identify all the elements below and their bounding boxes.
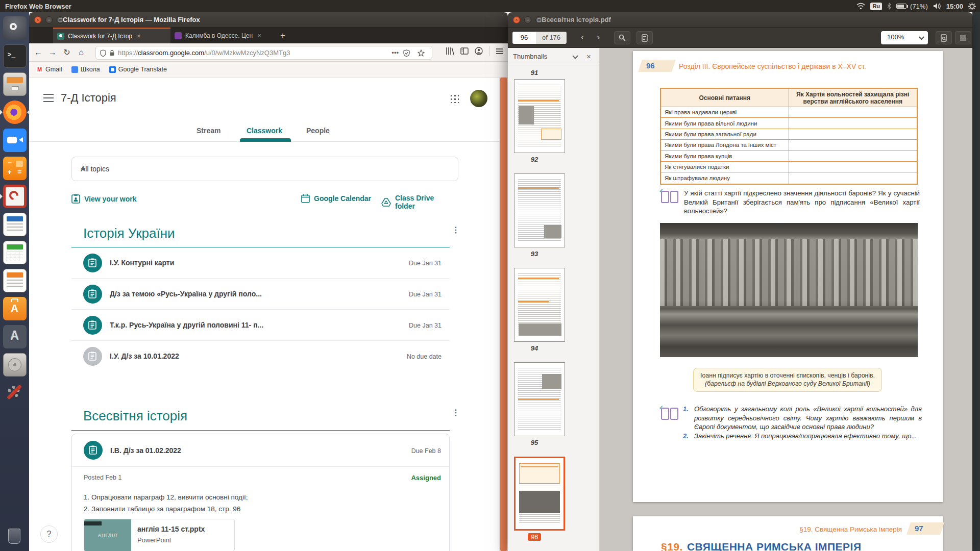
section-title-history-ukraine[interactable]: Історія України: [83, 226, 175, 241]
google-apps-grid-icon[interactable]: [450, 94, 459, 103]
file-manager-launcher[interactable]: [3, 72, 27, 96]
expanded-assignment-header[interactable]: І.В. Д/з за 01.02.2022 Due Feb 8: [72, 434, 449, 467]
assignment-row[interactable]: І.У. Контурні карти Due Jan 31: [71, 247, 450, 279]
ubuntu-dash-button[interactable]: [3, 16, 27, 40]
tracking-shield-icon[interactable]: [100, 49, 106, 57]
home-button[interactable]: ⌂: [74, 48, 88, 57]
pdf-thumbnail-93[interactable]: [514, 173, 567, 247]
section-menu-icon[interactable]: ⋮: [452, 411, 454, 420]
protections-shield-icon[interactable]: [403, 49, 410, 57]
system-settings-launcher[interactable]: [3, 381, 27, 405]
table-cell: Які права надавали церкві: [661, 107, 789, 118]
volume-icon[interactable]: [933, 3, 941, 10]
search-button[interactable]: [614, 31, 630, 44]
trash-launcher[interactable]: [3, 524, 26, 548]
zoom-level-dropdown[interactable]: 100%: [881, 31, 928, 44]
page-scrollbar[interactable]: [499, 78, 508, 551]
pdf-thumbnail-94[interactable]: [514, 268, 567, 342]
previous-page-button[interactable]: ‹: [575, 31, 590, 44]
avatar[interactable]: [470, 90, 487, 107]
page-number-input[interactable]: 96: [512, 32, 536, 44]
sidebar-title[interactable]: Thumbnails: [513, 53, 547, 60]
zoom-launcher[interactable]: [3, 129, 27, 152]
sidebar-close-icon[interactable]: ×: [586, 52, 591, 61]
section-divider: [71, 430, 450, 431]
section-title-world-history[interactable]: Всесвітня історія: [83, 408, 187, 424]
firefox-launcher[interactable]: [3, 101, 27, 124]
class-drive-folder-link[interactable]: Class Drive folder: [381, 194, 450, 210]
dropdown-caret-icon: [81, 168, 86, 171]
tab-stream[interactable]: Stream: [197, 127, 220, 135]
annotations-button[interactable]: [636, 31, 653, 44]
assignment-list: І.У. Контурні карти Due Jan 31 Д/з за те…: [71, 247, 450, 372]
ubuntu-software-launcher[interactable]: A: [3, 297, 27, 320]
battery-indicator[interactable]: (71%): [896, 3, 928, 10]
clock[interactable]: 15:00: [946, 3, 963, 10]
pdf-titlebar[interactable]: × − ▢ Всесвітня історія.pdf: [508, 12, 972, 28]
section-menu-icon[interactable]: ⋮: [452, 229, 454, 238]
bluetooth-icon[interactable]: [887, 3, 891, 10]
page-tools-button[interactable]: [936, 31, 952, 44]
calculator-launcher[interactable]: −+=: [3, 157, 27, 180]
tab-people[interactable]: People: [306, 127, 330, 135]
pdf-thumbnail-96-selected[interactable]: [514, 457, 567, 531]
tasks-list: 1. Обговоріть у загальному колі роль «Ве…: [683, 405, 922, 440]
document-viewer-launcher[interactable]: [3, 185, 27, 208]
bookmark-gmail[interactable]: MGmail: [36, 66, 62, 73]
assignment-icon-muted: [83, 347, 102, 366]
sidebar-toggle-icon[interactable]: [460, 47, 469, 55]
session-gear-icon[interactable]: [968, 3, 976, 10]
back-button[interactable]: ←: [31, 48, 45, 57]
classroom-menu-icon[interactable]: [43, 94, 54, 102]
view-your-work-link[interactable]: View your work: [71, 194, 136, 204]
tab-classwork[interactable]: Classwork for 7-Д Істор ×: [53, 28, 170, 43]
menu-hamburger-icon[interactable]: [496, 48, 504, 55]
minimize-button[interactable]: −: [45, 16, 53, 23]
pdf-menu-button[interactable]: [955, 31, 971, 44]
page-actions-icon[interactable]: •••: [391, 49, 399, 57]
scrollbar-thumb[interactable]: [500, 78, 507, 551]
close-button[interactable]: ×: [34, 16, 41, 23]
tab-close-icon[interactable]: ×: [137, 32, 141, 40]
pdf-thumbnail-92[interactable]: [514, 79, 567, 153]
libreoffice-writer-launcher[interactable]: [3, 213, 27, 236]
url-bar[interactable]: https://classroom.google.com/u/0/w/MzkwM…: [95, 46, 432, 60]
help-button[interactable]: ?: [40, 525, 58, 543]
libreoffice-impress-launcher[interactable]: [3, 269, 27, 292]
libreoffice-calc-launcher[interactable]: [3, 241, 27, 264]
bookmark-star-icon[interactable]: [418, 49, 425, 57]
tab-classwork[interactable]: Classwork: [247, 127, 282, 135]
pdf-thumbnail-95[interactable]: [514, 362, 567, 436]
page-number-tab: [906, 522, 944, 535]
account-icon[interactable]: [475, 47, 483, 55]
firefox-titlebar[interactable]: × − ▢ Classwork for 7-Д Історія — Mozill…: [29, 12, 508, 28]
tab-kalimba[interactable]: Калимба в Одессе. Цен ×: [170, 28, 273, 43]
metallic-a-app-launcher[interactable]: A: [3, 325, 27, 348]
minimize-button[interactable]: −: [524, 16, 531, 23]
menu-hamburger-icon: [960, 35, 967, 41]
attachment-card[interactable]: АНГЛІЯ англія 11-15 ст.pptx PowerPoint: [84, 519, 235, 551]
bookmark-translate[interactable]: Google Translate: [109, 66, 167, 73]
topics-filter-dropdown[interactable]: All topics: [71, 157, 458, 181]
keyboard-layout-indicator[interactable]: Ru: [870, 3, 882, 10]
forward-button[interactable]: →: [45, 48, 60, 57]
library-icon[interactable]: [446, 47, 454, 55]
assignment-row[interactable]: Т.к.р. Русь-Україна у другій половині 11…: [71, 310, 450, 341]
tab-close-icon[interactable]: ×: [257, 32, 261, 39]
table-cell: Якими були права купців: [661, 151, 789, 162]
reload-button[interactable]: ↻: [60, 47, 74, 57]
sidebar-dropdown-caret-icon[interactable]: [572, 53, 578, 59]
bookmark-school[interactable]: Школа: [71, 66, 100, 73]
next-page-button[interactable]: ›: [591, 31, 605, 44]
google-calendar-link[interactable]: Google Calendar: [301, 194, 371, 203]
url-text: https://classroom.google.com/u/0/w/MzkwM…: [118, 49, 290, 57]
disks-launcher[interactable]: [3, 353, 27, 377]
close-button[interactable]: ×: [513, 16, 520, 23]
wifi-icon[interactable]: [856, 3, 865, 10]
new-tab-button[interactable]: +: [277, 30, 289, 42]
pdf-page-view[interactable]: 96 Розділ III. Європейське суспільство і…: [600, 48, 972, 551]
assignment-row[interactable]: І.У. Д/з за 10.01.2022 No due date: [71, 341, 450, 372]
terminal-launcher[interactable]: >_: [3, 44, 27, 68]
assignment-row[interactable]: Д/з за темою «Русь-Україна у другій поло…: [71, 279, 450, 310]
lock-icon[interactable]: [109, 49, 115, 56]
